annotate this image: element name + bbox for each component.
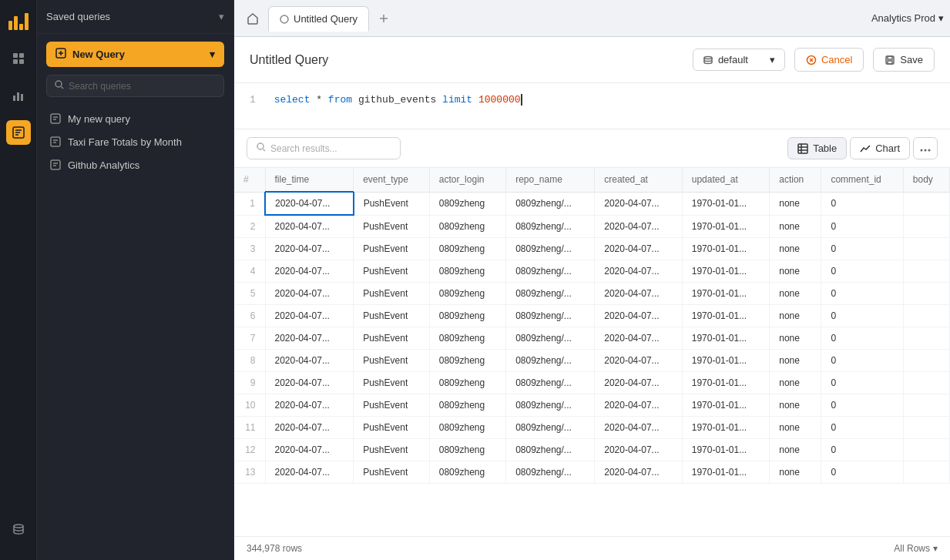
table-cell[interactable]: PushEvent [354,327,430,350]
table-cell[interactable]: 0809zheng [429,260,505,283]
table-cell[interactable]: 2020-04-07... [595,238,683,260]
table-cell[interactable]: 1970-01-01... [682,305,770,327]
table-cell[interactable]: 2020-04-07... [265,305,354,327]
table-cell[interactable] [903,350,949,372]
table-cell[interactable]: 6 [234,305,265,327]
table-cell[interactable]: none [770,305,821,327]
table-cell[interactable] [903,305,949,327]
table-cell[interactable] [903,439,949,461]
table-cell[interactable]: 1970-01-01... [682,260,770,283]
table-cell[interactable]: 2 [234,215,265,238]
sidebar-item-taxi-fare[interactable]: Taxi Fare Totals by Month [43,131,227,153]
table-cell[interactable]: PushEvent [354,372,430,394]
table-cell[interactable]: 0809zheng/... [506,260,595,283]
table-cell[interactable]: 0809zheng [429,394,505,417]
table-cell[interactable]: 0809zheng [429,283,505,305]
add-tab-button[interactable] [372,7,395,30]
table-cell[interactable]: 0 [821,192,903,215]
nav-icon-query[interactable] [6,120,31,145]
table-cell[interactable]: 0809zheng/... [506,283,595,305]
table-cell[interactable]: 2020-04-07... [595,417,683,439]
table-cell[interactable]: 0809zheng [429,350,505,372]
table-cell[interactable]: PushEvent [354,238,430,260]
table-cell[interactable]: 2020-04-07... [265,215,354,238]
table-cell[interactable]: 10 [234,394,265,417]
table-cell[interactable]: none [770,192,821,215]
all-rows-button[interactable]: All Rows ▾ [894,543,938,554]
table-cell[interactable]: 0 [821,260,903,283]
table-cell[interactable]: 0 [821,350,903,372]
table-cell[interactable]: 0 [821,327,903,350]
table-cell[interactable]: 0809zheng/... [506,461,595,484]
data-table-container[interactable]: # file_time event_type actor_login repo_… [234,168,950,536]
results-search-input[interactable] [270,143,391,154]
table-cell[interactable]: 1970-01-01... [682,350,770,372]
table-cell[interactable]: none [770,439,821,461]
table-cell[interactable]: 0809zheng [429,192,505,215]
col-header-repo-name[interactable]: repo_name [506,168,595,192]
table-cell[interactable]: 0 [821,439,903,461]
table-cell[interactable]: 4 [234,260,265,283]
table-cell[interactable]: PushEvent [354,215,430,238]
table-cell[interactable]: 3 [234,238,265,260]
table-cell[interactable]: 2020-04-07... [595,215,683,238]
table-cell[interactable]: 0809zheng [429,417,505,439]
table-cell[interactable]: 0809zheng [429,215,505,238]
table-cell[interactable]: none [770,215,821,238]
table-cell[interactable]: 1970-01-01... [682,238,770,260]
table-cell[interactable]: none [770,283,821,305]
table-cell[interactable]: PushEvent [354,260,430,283]
table-cell[interactable]: 9 [234,372,265,394]
table-cell[interactable]: 0809zheng/... [506,238,595,260]
schema-selector[interactable]: default ▾ [693,49,785,71]
search-queries-box[interactable] [46,75,224,97]
table-cell[interactable]: 0809zheng/... [506,372,595,394]
table-cell[interactable] [903,327,949,350]
nav-icon-database[interactable] [6,517,31,542]
table-cell[interactable] [903,283,949,305]
table-cell[interactable]: 2020-04-07... [595,260,683,283]
col-header-updated-at[interactable]: updated_at [682,168,770,192]
table-cell[interactable]: 1970-01-01... [682,417,770,439]
table-cell[interactable]: PushEvent [354,439,430,461]
table-cell[interactable]: PushEvent [354,394,430,417]
table-cell[interactable]: PushEvent [354,283,430,305]
home-tab[interactable] [240,6,265,31]
table-cell[interactable]: 1970-01-01... [682,327,770,350]
table-cell[interactable]: 2020-04-07... [265,439,354,461]
analytics-prod-label[interactable]: Analytics Prod ▾ [871,12,944,24]
table-cell[interactable]: 1970-01-01... [682,394,770,417]
table-cell[interactable]: 0809zheng [429,461,505,484]
table-cell[interactable]: 0809zheng [429,327,505,350]
col-header-action[interactable]: action [770,168,821,192]
table-cell[interactable]: 0 [821,305,903,327]
table-cell[interactable]: none [770,417,821,439]
table-cell[interactable]: 13 [234,461,265,484]
table-cell[interactable]: 7 [234,327,265,350]
table-cell[interactable]: 0809zheng [429,238,505,260]
table-cell[interactable]: 0809zheng/... [506,350,595,372]
table-cell[interactable]: PushEvent [354,350,430,372]
table-cell[interactable]: PushEvent [354,305,430,327]
table-cell[interactable]: 2020-04-07... [595,305,683,327]
table-cell[interactable]: 2020-04-07... [265,238,354,260]
table-cell[interactable]: 2020-04-07... [265,327,354,350]
table-cell[interactable]: 2020-04-07... [595,192,683,215]
table-cell[interactable]: 0809zheng/... [506,192,595,215]
nav-icon-grid[interactable] [6,46,31,71]
save-button[interactable]: Save [873,48,935,72]
table-cell[interactable]: 0809zheng/... [506,305,595,327]
table-cell[interactable]: 1970-01-01... [682,192,770,215]
table-cell[interactable] [903,461,949,484]
table-cell[interactable]: 0 [821,215,903,238]
table-cell[interactable]: 12 [234,439,265,461]
table-cell[interactable]: 2020-04-07... [595,283,683,305]
table-cell[interactable]: none [770,260,821,283]
sidebar-header[interactable]: Saved queries ▾ [37,0,233,34]
table-cell[interactable]: 2020-04-07... [595,327,683,350]
table-cell[interactable]: 0809zheng/... [506,215,595,238]
table-cell[interactable]: 0 [821,238,903,260]
sidebar-item-my-new-query[interactable]: My new query [43,108,227,129]
code-editor[interactable]: 1 select * from github_events limit 1000… [234,83,950,129]
chart-view-button[interactable]: Chart [850,137,910,159]
